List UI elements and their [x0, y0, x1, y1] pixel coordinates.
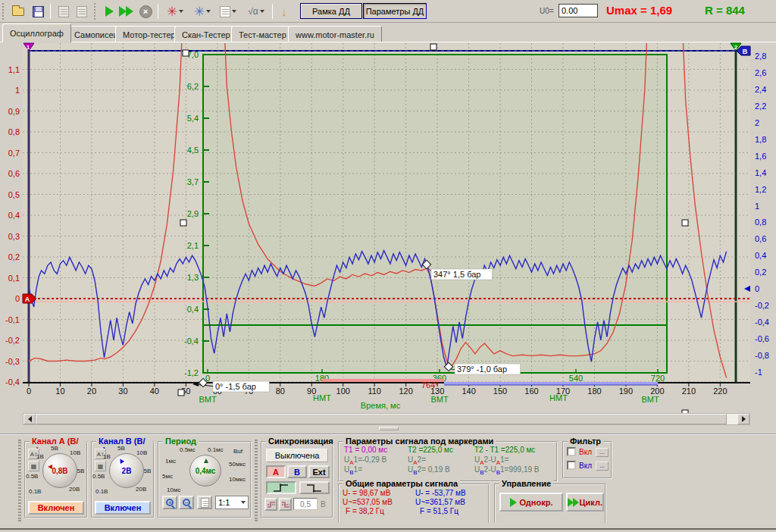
frame-handle[interactable]	[180, 220, 186, 226]
pressure-scale-label: 1,3	[187, 273, 199, 282]
single-run-button[interactable]: Однокр.	[499, 493, 563, 512]
sync-source-a-button[interactable]: А	[266, 465, 286, 478]
tab-scan-tester[interactable]: Скан-Тестер	[174, 26, 238, 42]
horizontal-scrollbar[interactable]	[23, 413, 750, 425]
period-group: Период 0.5мс 0.1мс Buf 1мс 50мкс 5мс 10м…	[158, 441, 252, 518]
channel-a-grid-button[interactable]: ▦	[28, 461, 39, 471]
save-file-button[interactable]	[30, 2, 46, 20]
formula-button[interactable]: √α	[242, 2, 270, 20]
sync-level-marker2-button[interactable]	[279, 498, 292, 511]
frame-handle[interactable]	[682, 220, 688, 226]
tab-motor-tester[interactable]: Мотор-тестер	[115, 26, 183, 42]
panel-grip[interactable]	[18, 440, 21, 521]
frame-handle[interactable]	[430, 44, 436, 50]
download-button[interactable]: ↓	[276, 2, 293, 20]
zoom-out-button[interactable]: −	[179, 496, 194, 509]
start-button[interactable]	[101, 2, 117, 20]
toolbar-grip[interactable]	[94, 3, 96, 20]
sync-source-ext-button[interactable]: Ext	[308, 465, 330, 478]
chevron-down-icon	[232, 10, 236, 13]
page-view-button[interactable]	[197, 496, 212, 509]
t2-readout: T2 =225,0 мс	[408, 446, 453, 454]
filter-b-label: Вкл	[579, 462, 592, 470]
channel-b-range-knob[interactable]: 2В	[109, 453, 144, 488]
ub1-readout: UВ1=	[344, 465, 362, 476]
scrollbar-thumb[interactable]	[36, 414, 727, 424]
report-settings-button[interactable]	[74, 2, 90, 20]
right-axis-label: 1,8	[755, 135, 766, 144]
start-fast-button[interactable]	[117, 2, 137, 20]
arrow-right-icon	[742, 416, 746, 422]
right-axis-label: 1,4	[755, 168, 766, 177]
frame-dd-button[interactable]: Рамка ДД	[300, 3, 362, 19]
channel-a-range-knob[interactable]: 0,8В	[42, 453, 77, 488]
tab-website[interactable]: www.motor-master.ru	[288, 26, 382, 42]
channel-a-enabled-button[interactable]: Включен	[28, 501, 84, 515]
oscilloscope-plot[interactable]: 7,06,25,44,53,72,92,11,30,4-0,4-1,201803…	[0, 42, 776, 413]
filter-a-settings-button[interactable]: ...	[596, 448, 609, 457]
trigger-level2-icon	[281, 500, 290, 509]
frame-handle[interactable]	[183, 50, 189, 56]
sync-edge-falling-button[interactable]	[299, 481, 330, 494]
params-dd-button[interactable]: Параметры ДД	[363, 3, 427, 19]
u0-input[interactable]	[559, 4, 598, 17]
scroll-left-button[interactable]	[23, 414, 36, 424]
channel-b-enabled-button[interactable]: Включен	[95, 501, 151, 515]
ub-dc-readout: U- = -53,77 мВ	[415, 489, 466, 497]
x-tick-label: 160	[524, 386, 538, 396]
stroke-label: НМТ	[549, 393, 568, 402]
channel-a-group: Канал А (В/э) А↕ ▦ 1В 5В 10В 15В 20В 0.5…	[24, 441, 88, 518]
sync-mode-button[interactable]: Выключена	[266, 449, 328, 462]
knob-label: 0.5В	[26, 473, 38, 480]
sync-level-marker-button[interactable]	[264, 498, 277, 511]
sync-level-input[interactable]: 0,5	[293, 498, 318, 510]
left-axis-label: 1,1	[8, 65, 20, 74]
sync-edge-rising-button[interactable]	[266, 481, 296, 494]
tab-oscillograph[interactable]: Осциллограф	[2, 23, 71, 42]
x-tick-label: 110	[368, 386, 381, 396]
marker-params-title: Параметры сигнала под маркерами	[343, 437, 496, 446]
sync-source-b-button[interactable]: В	[287, 465, 307, 478]
channel-b-grid-button[interactable]: ▦	[95, 461, 106, 471]
x-tick-label: 40	[150, 386, 159, 396]
filter-b-checkbox[interactable]	[567, 461, 576, 470]
play-icon	[105, 6, 114, 17]
x-tick-label: 150	[493, 386, 507, 396]
control-panel: Канал А (В/э) А↕ ▦ 1В 5В 10В 15В 20В 0.5…	[0, 433, 776, 530]
pressure-scale-label: 4,5	[187, 146, 199, 155]
toolbar-grip[interactable]	[2, 3, 5, 20]
filter-b-settings-button[interactable]: ...	[596, 462, 609, 471]
stop-button[interactable]: ×	[137, 2, 154, 20]
frame-handle[interactable]	[178, 390, 184, 396]
knob-label: 1мс	[165, 458, 176, 465]
stroke-label: ВМТ	[641, 395, 659, 404]
x-tick-label: 30	[118, 386, 127, 396]
knob-label: 0.1В	[95, 488, 108, 495]
splitter-grip[interactable]	[379, 427, 399, 430]
scroll-right-button[interactable]	[737, 414, 749, 424]
zoom-in-button[interactable]: +	[162, 496, 177, 509]
fast-forward-icon	[568, 498, 577, 507]
degree-label: 720	[651, 374, 665, 383]
period-knob[interactable]: 0,4мс	[189, 455, 221, 487]
knob-label: 5В	[117, 445, 125, 452]
right-axis-label: 2,2	[755, 102, 766, 111]
channel-a-range-value: 0,8В	[52, 467, 67, 475]
document-button[interactable]	[217, 2, 239, 20]
panel-grip[interactable]	[255, 440, 258, 521]
filter-a-checkbox[interactable]	[567, 447, 576, 456]
cycle-run-button[interactable]: Цикл.	[566, 493, 604, 512]
span-bar-blue	[444, 382, 658, 385]
tab-test-master[interactable]: Тест-мастер	[231, 26, 294, 42]
left-axis-label: -0,4	[5, 377, 20, 386]
report-button[interactable]	[55, 2, 72, 20]
open-file-button[interactable]	[10, 2, 27, 20]
knob-label: 1В	[36, 453, 44, 460]
ub2-ub1-readout: UВ2-UВ1=999,19 В	[474, 465, 539, 476]
scale-ratio-select[interactable]: 1:1	[215, 496, 249, 509]
tab-bar: Осциллограф Самописец Мотор-тестер Скан-…	[0, 23, 776, 42]
right-axis-label: 1	[755, 202, 759, 211]
right-axis-label: 0,6	[755, 234, 766, 243]
ignition-blue-button[interactable]: ✳	[189, 2, 215, 20]
ignition-red-button[interactable]: ✳	[162, 2, 188, 20]
